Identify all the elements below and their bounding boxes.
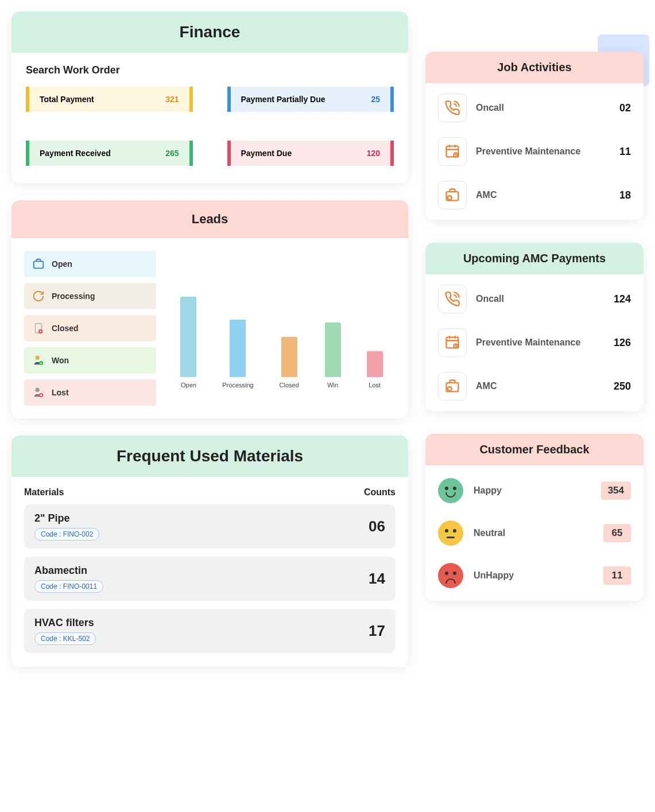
tile-value: 120 bbox=[367, 149, 380, 158]
feedback-title: Customer Feedback bbox=[425, 434, 644, 465]
feedback-value: 354 bbox=[601, 481, 631, 500]
right-column: Job Activities Oncall 02 Preventive Main bbox=[425, 11, 644, 667]
svg-point-14 bbox=[448, 387, 452, 391]
material-row[interactable]: Abamectin Code : FINO-0011 14 bbox=[24, 557, 396, 601]
tile-value: 265 bbox=[165, 149, 179, 158]
gear-briefcase-icon bbox=[438, 372, 467, 401]
material-row[interactable]: HVAC filters Code : KKL-502 17 bbox=[24, 609, 396, 653]
bar-label: Closed bbox=[280, 382, 299, 388]
tile-label: Total Payment bbox=[40, 95, 94, 104]
material-name: 2" Pipe bbox=[34, 512, 99, 525]
lead-label: Won bbox=[52, 356, 69, 365]
person-check-icon bbox=[32, 354, 45, 367]
svg-point-10 bbox=[448, 196, 452, 200]
gear-briefcase-icon bbox=[438, 181, 467, 209]
amc-value: 126 bbox=[614, 337, 631, 349]
tile-payment-due[interactable]: Payment Due 120 bbox=[227, 141, 394, 166]
phone-icon bbox=[438, 285, 467, 313]
materials-header-left: Materials bbox=[24, 487, 64, 498]
svg-point-5 bbox=[36, 388, 40, 392]
feedback-row-unhappy[interactable]: UnHappy 11 bbox=[438, 563, 631, 588]
happy-face-icon bbox=[438, 478, 463, 503]
activity-row-oncall[interactable]: Oncall 02 bbox=[438, 94, 631, 122]
materials-title: Frequent Used Materials bbox=[11, 436, 408, 477]
feedback-label: Happy bbox=[474, 485, 591, 496]
amc-payments-card: Upcoming AMC Payments Oncall 124 Prevent… bbox=[425, 243, 644, 411]
dashboard-layout: Finance Search Work Order Total Payment … bbox=[11, 11, 644, 667]
clipboard-x-icon bbox=[32, 322, 45, 335]
feedback-row-happy[interactable]: Happy 354 bbox=[438, 478, 631, 503]
bar-label: Lost bbox=[369, 382, 381, 388]
feedback-label: Neutral bbox=[474, 528, 593, 538]
material-code: Code : FINO-0011 bbox=[34, 580, 103, 593]
leads-card: Leads Open Processing bbox=[11, 200, 408, 418]
phone-icon bbox=[438, 94, 467, 122]
lead-item-processing[interactable]: Processing bbox=[24, 283, 156, 309]
lead-item-open[interactable]: Open bbox=[24, 251, 156, 277]
amc-label: Preventive Maintenance bbox=[476, 337, 604, 349]
amc-row-oncall[interactable]: Oncall 124 bbox=[438, 285, 631, 313]
amc-payments-title: Upcoming AMC Payments bbox=[425, 243, 644, 274]
finance-subtitle: Search Work Order bbox=[26, 64, 394, 76]
refresh-icon bbox=[32, 290, 45, 302]
job-activities-card: Job Activities Oncall 02 Preventive Main bbox=[425, 52, 644, 220]
material-code: Code : FINO-002 bbox=[34, 528, 99, 541]
bar-label: Open bbox=[181, 382, 196, 388]
lead-label: Closed bbox=[52, 324, 79, 333]
material-count: 17 bbox=[369, 622, 385, 640]
activity-value: 11 bbox=[619, 146, 631, 158]
sad-face-icon bbox=[438, 563, 463, 588]
bar-label: Win bbox=[327, 382, 338, 388]
bar-lost bbox=[367, 351, 383, 377]
amc-row-amc[interactable]: AMC 250 bbox=[438, 372, 631, 401]
lead-item-closed[interactable]: Closed bbox=[24, 315, 156, 341]
lead-item-won[interactable]: Won bbox=[24, 347, 156, 374]
material-row[interactable]: 2" Pipe Code : FINO-002 06 bbox=[24, 504, 396, 549]
amc-label: Oncall bbox=[476, 293, 604, 305]
lead-label: Lost bbox=[52, 388, 69, 397]
tile-label: Payment Due bbox=[241, 149, 292, 158]
leads-status-list: Open Processing Closed bbox=[24, 251, 156, 406]
bar-processing bbox=[230, 320, 246, 377]
feedback-value: 65 bbox=[603, 524, 631, 542]
job-activities-title: Job Activities bbox=[425, 52, 644, 83]
activity-row-amc[interactable]: AMC 18 bbox=[438, 181, 631, 209]
briefcase-icon bbox=[32, 258, 45, 270]
material-count: 14 bbox=[369, 570, 385, 588]
activity-label: AMC bbox=[476, 189, 610, 201]
material-code: Code : KKL-502 bbox=[34, 632, 96, 645]
amc-row-preventive[interactable]: Preventive Maintenance 126 bbox=[438, 328, 631, 357]
tile-total-payment[interactable]: Total Payment 321 bbox=[26, 87, 193, 112]
svg-point-3 bbox=[36, 356, 40, 360]
lead-label: Processing bbox=[52, 292, 95, 301]
activity-row-preventive[interactable]: Preventive Maintenance 11 bbox=[438, 137, 631, 166]
calendar-icon bbox=[438, 328, 467, 357]
activity-value: 18 bbox=[619, 189, 631, 201]
bar-win bbox=[325, 323, 341, 377]
material-count: 06 bbox=[369, 518, 385, 535]
materials-header-right: Counts bbox=[364, 487, 396, 498]
bar-open bbox=[180, 297, 196, 377]
activity-label: Preventive Maintenance bbox=[476, 146, 610, 158]
tile-value: 25 bbox=[371, 95, 380, 104]
tile-payment-partially-due[interactable]: Payment Partially Due 25 bbox=[227, 87, 394, 112]
materials-card: Frequent Used Materials Materials Counts… bbox=[11, 436, 408, 667]
lead-item-lost[interactable]: Lost bbox=[24, 379, 156, 406]
activity-value: 02 bbox=[619, 102, 631, 114]
feedback-row-neutral[interactable]: Neutral 65 bbox=[438, 520, 631, 546]
activity-label: Oncall bbox=[476, 102, 610, 114]
tile-label: Payment Partially Due bbox=[241, 95, 325, 104]
leads-bar-chart: Open Processing Closed Win Lost bbox=[168, 251, 396, 388]
amc-label: AMC bbox=[476, 380, 604, 393]
person-x-icon bbox=[32, 386, 45, 399]
feedback-value: 11 bbox=[603, 566, 631, 585]
customer-feedback-card: Customer Feedback Happy 354 Neutral 65 bbox=[425, 434, 644, 601]
bar-closed bbox=[281, 337, 297, 377]
calendar-icon bbox=[438, 137, 467, 166]
material-name: Abamectin bbox=[34, 565, 103, 577]
tile-payment-received[interactable]: Payment Received 265 bbox=[26, 141, 193, 166]
tile-value: 321 bbox=[165, 95, 179, 104]
neutral-face-icon bbox=[438, 520, 463, 546]
finance-card: Finance Search Work Order Total Payment … bbox=[11, 11, 408, 183]
feedback-label: UnHappy bbox=[474, 570, 593, 581]
